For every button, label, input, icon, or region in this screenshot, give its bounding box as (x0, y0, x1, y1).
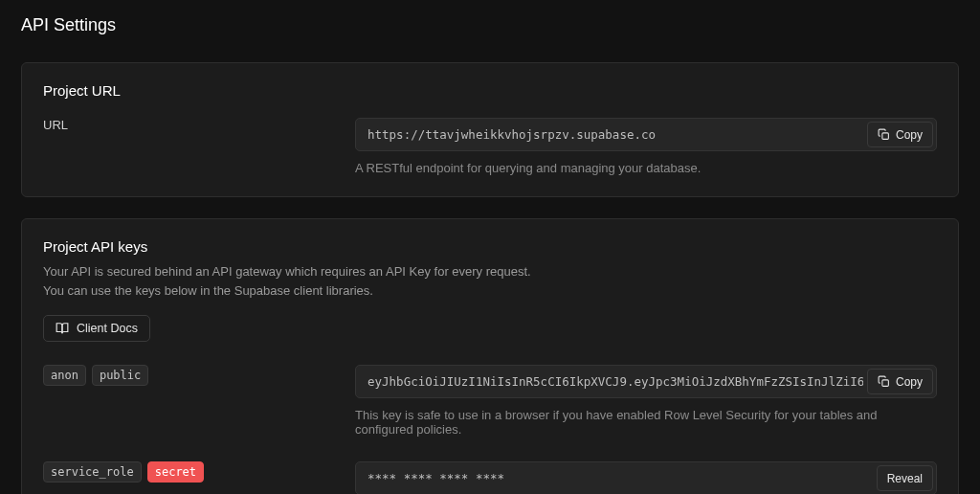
url-input-wrap: Copy (355, 118, 937, 151)
page-title: API Settings (21, 15, 959, 35)
url-help-text: A RESTful endpoint for querying and mana… (355, 161, 937, 175)
anon-key-row: anon public Copy This key is safe to use… (43, 365, 937, 437)
service-key-row: service_role secret Reveal This key has … (43, 461, 937, 494)
copy-anon-key-button[interactable]: Copy (867, 369, 933, 394)
url-row: URL Copy A RESTful endpoint for querying… (43, 118, 937, 175)
anon-key-input[interactable] (355, 365, 937, 398)
api-keys-description: Your API is secured behind an API gatewa… (43, 262, 937, 300)
project-url-card: Project URL URL Copy A RESTful endpoint … (21, 62, 959, 197)
book-icon (56, 322, 69, 335)
api-keys-desc-line2: You can use the keys below in the Supaba… (43, 281, 937, 301)
copy-url-button[interactable]: Copy (867, 122, 933, 147)
anon-key-input-wrap: Copy (355, 365, 937, 398)
anon-badge: anon (43, 365, 86, 386)
api-keys-card: Project API keys Your API is secured beh… (21, 218, 959, 494)
service-key-input-wrap: Reveal (355, 461, 937, 494)
service-role-badge: service_role (43, 461, 142, 483)
service-key-input[interactable] (355, 461, 937, 494)
svg-rect-0 (882, 133, 889, 140)
reveal-service-key-button[interactable]: Reveal (877, 465, 933, 491)
client-docs-label: Client Docs (77, 322, 138, 335)
url-label: URL (43, 118, 68, 132)
anon-key-help: This key is safe to use in a browser if … (355, 408, 937, 437)
public-badge: public (92, 365, 148, 386)
api-keys-desc-line1: Your API is secured behind an API gatewa… (43, 262, 937, 281)
secret-badge: secret (147, 461, 204, 483)
copy-url-label: Copy (896, 128, 923, 142)
project-url-heading: Project URL (43, 82, 937, 99)
copy-icon (878, 128, 890, 141)
reveal-label: Reveal (887, 472, 923, 485)
url-input[interactable] (355, 118, 937, 151)
svg-rect-1 (882, 380, 889, 387)
client-docs-button[interactable]: Client Docs (43, 315, 150, 342)
copy-icon (878, 375, 890, 388)
api-keys-heading: Project API keys (43, 238, 937, 255)
copy-anon-label: Copy (896, 375, 923, 389)
